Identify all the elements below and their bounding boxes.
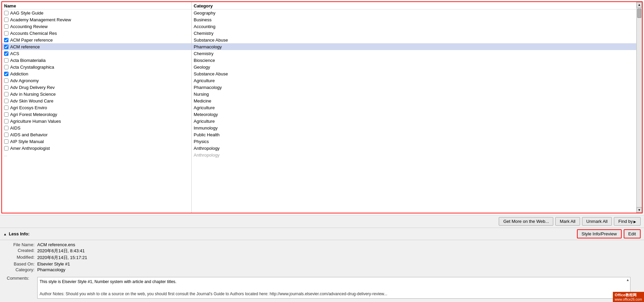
- based-on-value: Elsevier Style #1: [37, 261, 637, 266]
- category-item: Geography: [192, 9, 636, 16]
- action-button-row: Get More on the Web... Mark All Unmark A…: [0, 215, 644, 228]
- item-name-label: Adv Agronomy: [10, 78, 39, 83]
- list-item[interactable]: ACM reference: [2, 43, 191, 50]
- less-info-arrow-icon: [3, 231, 7, 236]
- list-item[interactable]: Agri Forest Meteorology: [2, 111, 191, 118]
- item-checkbox[interactable]: [4, 126, 8, 130]
- item-checkbox[interactable]: [4, 11, 8, 15]
- category-item: Meteorology: [192, 111, 636, 118]
- list-item[interactable]: Adv Skin Wound Care: [2, 97, 191, 104]
- category-item: Chemistry: [192, 30, 636, 37]
- mark-all-button[interactable]: Mark All: [555, 217, 580, 226]
- item-name-label: Adv Drug Delivery Rev: [10, 85, 55, 90]
- unmark-all-button[interactable]: Unmark All: [582, 217, 612, 226]
- item-checkbox[interactable]: [4, 139, 8, 144]
- category-item-partial: Anthropology: [192, 152, 636, 158]
- list-item[interactable]: AAG Style Guide: [2, 9, 191, 16]
- item-name-label: Amer Anthropologist: [10, 146, 50, 151]
- modified-label: Modified:: [7, 255, 37, 261]
- item-checkbox[interactable]: [4, 65, 8, 69]
- category-item: Substance Abuse: [192, 37, 636, 43]
- item-name-label: Adv Skin Wound Care: [10, 98, 53, 103]
- item-name-label: Agriculture Human Values: [10, 119, 61, 124]
- item-name-label: ACM Paper reference: [10, 38, 53, 43]
- list-item[interactable]: ACM Paper reference: [2, 37, 191, 43]
- item-checkbox[interactable]: [4, 72, 8, 76]
- item-name-label: AIDS and Behavior: [10, 132, 48, 137]
- file-info-grid: File Name: ACM reference.ens Created: 20…: [0, 240, 644, 274]
- get-more-web-button[interactable]: Get More on the Web...: [499, 217, 553, 226]
- list-scrollbar[interactable]: ▲ ▼: [636, 2, 642, 213]
- list-item[interactable]: Adv in Nursing Science: [2, 91, 191, 97]
- modified-value: 2020年6月14日, 15:17:21: [37, 255, 637, 261]
- item-checkbox[interactable]: [4, 119, 8, 123]
- list-item[interactable]: Addiction: [2, 70, 191, 77]
- file-name-value: ACM reference.ens: [37, 242, 637, 247]
- list-item[interactable]: Academy Management Review: [2, 16, 191, 23]
- category-column[interactable]: Category GeographyBusinessAccountingChem…: [192, 2, 636, 213]
- category-item: Immunology: [192, 124, 636, 131]
- scroll-up-comments-icon[interactable]: ▲: [626, 278, 629, 282]
- find-by-button[interactable]: Find by: [614, 217, 641, 226]
- list-item[interactable]: Accounts Chemical Res: [2, 30, 191, 37]
- item-checkbox[interactable]: [4, 38, 8, 42]
- styles-list-area: Name AAG Style GuideAcademy Management R…: [1, 1, 643, 213]
- list-item[interactable]: Agri Ecosys Enviro: [2, 104, 191, 111]
- category-item: Business: [192, 16, 636, 23]
- item-name-label: Addiction: [10, 71, 28, 76]
- comments-area[interactable]: ▲ This style is Elsevier Style #1, Numbe…: [37, 277, 630, 299]
- less-info-section: Less Info: Style Info/Preview Edit File …: [0, 228, 644, 302]
- item-checkbox[interactable]: [4, 51, 8, 56]
- item-name-label: AAG Style Guide: [10, 10, 43, 16]
- find-by-arrow-icon: [634, 219, 636, 224]
- scroll-up-arrow[interactable]: ▲: [637, 2, 642, 7]
- list-item[interactable]: Adv Drug Delivery Rev: [2, 84, 191, 91]
- item-checkbox[interactable]: [4, 133, 8, 137]
- list-item[interactable]: Agriculture Human Values: [2, 118, 191, 124]
- less-info-title: Less Info:: [9, 231, 29, 236]
- item-checkbox[interactable]: [4, 85, 8, 90]
- list-item[interactable]: AIP Style Manual: [2, 138, 191, 145]
- category-item: Nursing: [192, 91, 636, 97]
- category-item: Geology: [192, 64, 636, 70]
- item-name-label: Acta Crystallographica: [10, 65, 54, 70]
- item-checkbox[interactable]: [4, 45, 8, 49]
- list-item[interactable]: AIDS: [2, 124, 191, 131]
- list-item[interactable]: Acta Biomaterialia: [2, 57, 191, 64]
- style-info-preview-button[interactable]: Style Info/Preview: [577, 229, 622, 238]
- item-checkbox[interactable]: [4, 92, 8, 96]
- item-checkbox[interactable]: [4, 78, 8, 83]
- list-item[interactable]: Amer Anthropologist: [2, 145, 191, 152]
- edit-button[interactable]: Edit: [624, 229, 641, 238]
- scroll-thumb[interactable]: [637, 8, 641, 18]
- item-checkbox[interactable]: [4, 18, 8, 22]
- list-item[interactable]: ACS: [2, 50, 191, 57]
- comments-label: Comments:: [7, 276, 30, 281]
- scroll-track[interactable]: [637, 7, 642, 207]
- category-item: Pharmacology: [192, 43, 636, 50]
- category-item: Agriculture: [192, 104, 636, 111]
- item-name-label: Agri Forest Meteorology: [10, 112, 57, 117]
- item-checkbox[interactable]: [4, 99, 8, 103]
- category-label: Category:: [7, 267, 37, 272]
- scroll-down-arrow[interactable]: ▼: [637, 207, 642, 213]
- list-item[interactable]: Adv Agronomy: [2, 77, 191, 84]
- list-item[interactable]: Accounting Review: [2, 23, 191, 30]
- item-checkbox[interactable]: [4, 31, 8, 36]
- item-name-label: Agri Ecosys Enviro: [10, 105, 47, 110]
- comments-text: This style is Elsevier Style #1, Number …: [40, 279, 628, 297]
- item-checkbox[interactable]: [4, 106, 8, 110]
- item-checkbox[interactable]: [4, 112, 8, 117]
- category-item: Pharmacology: [192, 84, 636, 91]
- item-name-label: Accounting Review: [10, 24, 48, 29]
- category-item: Chemistry: [192, 50, 636, 57]
- item-name-label: ACS: [10, 51, 19, 56]
- item-checkbox[interactable]: [4, 146, 8, 150]
- item-checkbox[interactable]: [4, 24, 8, 29]
- list-item[interactable]: Acta Crystallographica: [2, 64, 191, 70]
- name-column[interactable]: Name AAG Style GuideAcademy Management R…: [2, 2, 192, 213]
- item-checkbox[interactable]: [4, 58, 8, 63]
- category-item: Physics: [192, 138, 636, 145]
- list-item[interactable]: AIDS and Behavior: [2, 131, 191, 138]
- less-info-buttons: Style Info/Preview Edit: [577, 229, 641, 238]
